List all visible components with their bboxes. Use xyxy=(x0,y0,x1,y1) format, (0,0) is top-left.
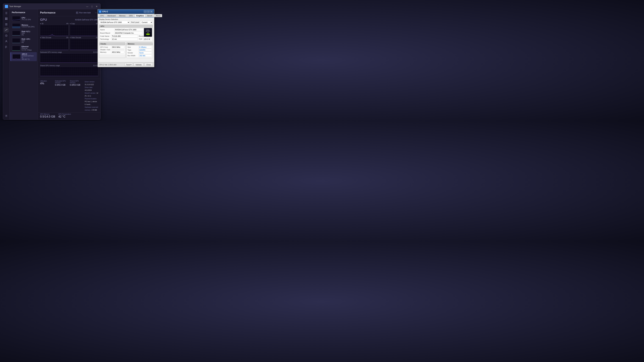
perf-item-disk0[interactable]: Disk 0 (C:) SSD 0% xyxy=(10,29,37,37)
disk1-name: Disk 1 (D:) xyxy=(22,38,35,40)
gpu-mem-label: GPU Memory xyxy=(40,113,55,115)
physical-loc-row: Physical location: xyxy=(85,97,98,100)
perf-item-disk1[interactable]: Disk 1 (D:) SSD 0% xyxy=(10,37,37,44)
graph-3d-name: 3D xyxy=(42,23,44,24)
maximize-button[interactable]: □ xyxy=(90,4,94,8)
perf-item-memory[interactable]: Memory 4.6/15.9 GB (29%) xyxy=(10,22,37,29)
taskmanager-icon xyxy=(5,5,8,8)
disk1-info: Disk 1 (D:) SSD 0% xyxy=(22,38,35,43)
graph-decode-name: Video Decode xyxy=(71,37,81,38)
sidebar-icon-apphistory[interactable] xyxy=(4,33,9,38)
graph-copy: ▾ Copy 0% xyxy=(70,23,98,36)
nvidia-shield-icon xyxy=(146,33,150,35)
disk1-subname: SSD xyxy=(22,40,35,42)
graph-decode-label: ▾ Video Decode 0% xyxy=(70,37,98,38)
code-name-value: TU116-300 xyxy=(111,35,138,37)
tools-label: Tools xyxy=(126,64,130,66)
perf-item-gpu0[interactable]: GPU 0 NVIDIA GeForce G... 4% (42 °C) xyxy=(10,52,37,61)
disk0-value: 0% xyxy=(22,34,35,36)
directx-row: DirectX version: 12 (FL 12.1) xyxy=(85,91,98,97)
tab-about[interactable]: About xyxy=(154,14,162,17)
sidebar-icon-details[interactable] xyxy=(4,44,9,49)
sidebar-icon-performance[interactable] xyxy=(4,27,9,32)
mem-buswidth-label: Bus Width xyxy=(128,55,138,56)
dedicated-mem-graph xyxy=(40,53,98,63)
run-task-icon xyxy=(76,12,78,14)
tdp-label: TDP xyxy=(139,38,142,40)
memory-clock-row: Memory 405.0 MHz xyxy=(100,51,124,53)
cpuz-close-button[interactable]: Close xyxy=(144,63,153,66)
mem-vendor-label: Vendor xyxy=(128,52,138,54)
mem-buswidth-value: 192 bits xyxy=(138,54,152,57)
graph-3d-label: ▾ 3D 4% xyxy=(40,23,68,24)
clocks-memory-row: Clocks GFX Core 390.0 MHz Shader / SoC M… xyxy=(99,42,153,59)
svg-rect-8 xyxy=(5,23,8,24)
physical-loc-value: PCI bus 1, device 0, functi... xyxy=(85,101,97,105)
disk0-subname: SSD xyxy=(22,32,35,34)
disk0-mini-graph xyxy=(12,31,20,36)
sidebar-icon-users[interactable] xyxy=(4,39,9,44)
minimize-button[interactable]: — xyxy=(85,4,89,8)
hw-reserved-row: Hardware reserved memory: 178 MB xyxy=(85,106,98,111)
mem-vendor-value: Hynix xyxy=(138,51,152,54)
cpuz-minimize[interactable]: — xyxy=(144,10,146,13)
gpu-title-big: GPU xyxy=(40,18,47,21)
dedicated-mem-label: Dedicated GPU memory usage xyxy=(40,51,62,53)
mem-vendor-row: Vendor Hynix xyxy=(128,51,152,54)
tab-graphics[interactable]: Graphics xyxy=(134,14,146,17)
disk1-mini-graph xyxy=(12,38,20,43)
perf-item-cpu[interactable]: CPU 7% 1.51 GHz xyxy=(10,15,37,22)
perf-item-ethernet[interactable]: Ethernet Ethernet S: 0 R: 0 Kbps xyxy=(10,45,37,52)
tab-memory[interactable]: Memory xyxy=(118,14,127,17)
cpuz-close[interactable]: ✕ xyxy=(150,10,153,13)
svg-rect-25 xyxy=(40,25,68,36)
stat-utilization-value: 4% xyxy=(40,82,54,85)
cpuz-body: Display Device Selection NVIDIA GeForce … xyxy=(98,17,154,62)
gpu-logo-text: NVIDIAGEFORCEGTX xyxy=(146,29,150,33)
svg-point-16 xyxy=(6,115,6,116)
main-header: Performance Run new task ··· xyxy=(38,9,100,16)
svg-rect-36 xyxy=(70,39,98,50)
graph-video-decode: ▾ Video Decode 0% xyxy=(70,37,98,50)
mem-buswidth-row: Bus Width 192 bits xyxy=(128,54,152,57)
gpu-logo-box: NVIDIAGEFORCEGTX xyxy=(144,28,152,37)
perf-level-select[interactable]: Current xyxy=(140,21,153,24)
shared-mem-graph xyxy=(40,67,98,76)
tab-spd[interactable]: SPD xyxy=(127,14,134,17)
gpu-section-title: GPU xyxy=(99,25,153,28)
gpu-detail-panel: Performance Run new task ··· GPU NVIDIA … xyxy=(38,9,100,120)
cpuz-title-text: CPU-Z xyxy=(102,10,108,13)
clocks-body: GFX Core 390.0 MHz Shader / SoC Memory 4… xyxy=(99,45,125,54)
gfx-core-label: GFX Core xyxy=(100,46,111,48)
sidebar-icon-settings[interactable] xyxy=(4,113,9,118)
close-button[interactable]: ✕ xyxy=(95,4,98,8)
sidebar-icon-processes[interactable] xyxy=(4,22,9,27)
driver-date-row: Driver date: 4/11/2024 xyxy=(85,86,98,91)
svg-rect-4 xyxy=(5,17,6,18)
tdp-subrow: TDP 120.0 W xyxy=(139,38,152,40)
gpu-model-text: NVIDIA GeForce GTX 1660 xyxy=(75,19,98,21)
run-new-task-button[interactable]: Run new task xyxy=(74,11,92,14)
cpuz-titlebar: CPU-Z — □ ✕ xyxy=(98,9,154,14)
tools-button[interactable]: Tools ▾ xyxy=(125,63,133,66)
cpuz-maximize[interactable]: □ xyxy=(147,10,150,13)
sidebar-icon-menu[interactable]: ☰ xyxy=(4,10,9,15)
window-controls: — □ ✕ xyxy=(85,4,98,8)
tab-cpu[interactable]: CPU xyxy=(98,14,106,17)
cpu-mini-graph xyxy=(12,16,20,21)
svg-rect-15 xyxy=(5,48,6,48)
technology-subrow: Technology 12 nm xyxy=(100,38,138,40)
shader-soc-label: Shader / SoC xyxy=(100,49,111,51)
svg-point-12 xyxy=(6,40,7,41)
gpu-stats: Utilization 4% Dedicated GPU memory 0.5/… xyxy=(38,79,100,112)
ethernet-name: Ethernet xyxy=(22,45,35,47)
disk1-value: 0% xyxy=(22,42,35,43)
tab-bench[interactable]: Bench xyxy=(146,14,154,17)
display-device-select[interactable]: NVIDIA GeForce GTX 1660 xyxy=(99,21,130,24)
cpuz-win-controls: — □ ✕ xyxy=(144,10,153,13)
tab-mainboard[interactable]: Mainboard xyxy=(106,14,117,17)
svg-rect-28 xyxy=(70,25,98,36)
task-manager-body: ☰ xyxy=(3,9,100,120)
sidebar-icon-dashboard[interactable] xyxy=(4,16,9,21)
validate-button[interactable]: Validate xyxy=(134,63,144,66)
